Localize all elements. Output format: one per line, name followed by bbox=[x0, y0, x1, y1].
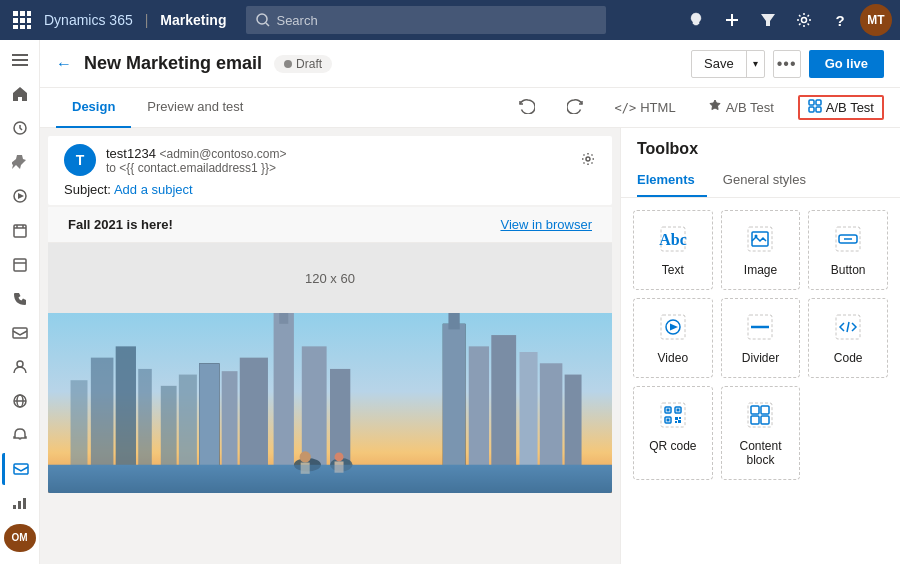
svg-rect-57 bbox=[491, 335, 516, 470]
svg-marker-13 bbox=[761, 14, 775, 26]
plus-icon[interactable] bbox=[716, 4, 748, 36]
svg-rect-35 bbox=[23, 498, 26, 509]
tab-preview[interactable]: Preview and test bbox=[131, 88, 259, 128]
svg-line-88 bbox=[847, 322, 849, 332]
sidebar-item-pinned[interactable] bbox=[2, 146, 38, 178]
toolbox-item-contentblock[interactable]: Content block bbox=[721, 386, 801, 480]
lightbulb-icon[interactable] bbox=[680, 4, 712, 36]
sidebar-item-calendar[interactable] bbox=[2, 249, 38, 281]
go-live-button[interactable]: Go live bbox=[809, 50, 884, 78]
back-button[interactable]: ← bbox=[56, 55, 72, 73]
sidebar-item-phone[interactable] bbox=[2, 283, 38, 315]
tab-actions: </> Content ideas HTML A/B Test A/B Test bbox=[511, 94, 884, 121]
sidebar-item-home[interactable] bbox=[2, 78, 38, 110]
svg-rect-43 bbox=[91, 358, 114, 471]
svg-text:Abc: Abc bbox=[659, 231, 687, 248]
sidebar-item-hamburger[interactable] bbox=[2, 44, 38, 76]
svg-rect-62 bbox=[179, 375, 197, 471]
html-button[interactable]: </> Content ideas HTML bbox=[607, 96, 684, 119]
toolbox-panel: Toolbox Elements General styles Abc bbox=[620, 128, 900, 564]
toolbox-tab-elements[interactable]: Elements bbox=[637, 166, 707, 197]
page-header: ← New Marketing email Draft Save ▾ ••• G… bbox=[40, 40, 900, 88]
main-content: ← New Marketing email Draft Save ▾ ••• G… bbox=[40, 40, 900, 564]
settings-icon[interactable] bbox=[788, 4, 820, 36]
svg-rect-3 bbox=[13, 18, 18, 23]
sidebar-item-email[interactable] bbox=[2, 453, 38, 485]
email-canvas: T test1234 <admin@contoso.com> to <{{ co… bbox=[40, 128, 620, 564]
page-title: New Marketing email bbox=[84, 53, 262, 74]
save-main-button[interactable]: Save bbox=[692, 51, 747, 77]
svg-rect-42 bbox=[71, 380, 88, 470]
ab-test-icon bbox=[808, 99, 822, 116]
filter-icon[interactable] bbox=[752, 4, 784, 36]
svg-line-10 bbox=[266, 23, 269, 26]
svg-rect-89 bbox=[661, 403, 685, 427]
svg-rect-15 bbox=[12, 54, 28, 56]
sidebar-item-avatar-bottom[interactable]: OM bbox=[4, 524, 36, 553]
sidebar-item-contacts[interactable] bbox=[2, 215, 38, 247]
content-ideas-button[interactable]: A/B Test bbox=[700, 95, 782, 120]
email-image-placeholder: 120 x 60 bbox=[48, 243, 612, 313]
sidebar-item-play[interactable] bbox=[2, 180, 38, 212]
sender-avatar: T bbox=[64, 144, 96, 176]
toolbox-items-grid: Abc Text bbox=[621, 198, 900, 492]
email-settings-icon[interactable] bbox=[580, 151, 596, 170]
sender-to: to <{{ contact.emailaddress1 }}> bbox=[106, 161, 570, 175]
svg-rect-37 bbox=[816, 100, 821, 105]
toolbox-item-button[interactable]: Button bbox=[808, 210, 888, 290]
redo-button[interactable] bbox=[559, 94, 591, 121]
code-label: Code bbox=[834, 351, 863, 365]
toolbox-item-video[interactable]: Video bbox=[633, 298, 713, 378]
svg-rect-60 bbox=[565, 375, 582, 471]
user-avatar[interactable]: MT bbox=[860, 4, 892, 36]
sidebar-item-alert[interactable] bbox=[2, 419, 38, 451]
sidebar-item-globe[interactable] bbox=[2, 385, 38, 417]
save-dropdown-button[interactable]: ▾ bbox=[747, 51, 764, 77]
toolbox-item-qrcode[interactable]: QR code bbox=[633, 386, 713, 480]
toolbox-item-image[interactable]: Image bbox=[721, 210, 801, 290]
svg-rect-33 bbox=[13, 505, 16, 509]
svg-rect-99 bbox=[678, 420, 681, 423]
contentblock-label: Content block bbox=[730, 439, 792, 467]
undo-icon bbox=[519, 98, 535, 117]
svg-point-28 bbox=[17, 361, 23, 367]
toolbox-tab-general[interactable]: General styles bbox=[723, 166, 818, 197]
svg-rect-64 bbox=[199, 363, 219, 470]
svg-rect-46 bbox=[274, 313, 294, 470]
button-icon bbox=[832, 223, 864, 255]
more-options-button[interactable]: ••• bbox=[773, 50, 801, 78]
view-in-browser-link[interactable]: View in browser bbox=[500, 217, 592, 232]
undo-button[interactable] bbox=[511, 94, 543, 121]
sidebar-item-recent[interactable] bbox=[2, 112, 38, 144]
toolbox-item-text[interactable]: Abc Text bbox=[633, 210, 713, 290]
sidebar-item-inbox[interactable] bbox=[2, 317, 38, 349]
svg-rect-39 bbox=[816, 107, 821, 112]
top-navigation: Dynamics 365 | Marketing ? MT bbox=[0, 0, 900, 40]
brand-sep: | bbox=[145, 12, 149, 28]
email-body: Fall 2021 is here! View in browser 120 x… bbox=[48, 207, 612, 493]
sidebar-item-user[interactable] bbox=[2, 351, 38, 383]
header-actions: Save ▾ ••• Go live bbox=[691, 50, 884, 78]
svg-rect-38 bbox=[809, 107, 814, 112]
waffle-menu[interactable] bbox=[8, 6, 36, 34]
divider-icon bbox=[744, 311, 776, 343]
qrcode-icon bbox=[657, 399, 689, 431]
video-label: Video bbox=[658, 351, 688, 365]
svg-rect-104 bbox=[761, 416, 769, 424]
email-top-bar: Fall 2021 is here! View in browser bbox=[48, 207, 612, 243]
save-button-group[interactable]: Save ▾ bbox=[691, 50, 765, 78]
tab-design[interactable]: Design bbox=[56, 88, 131, 128]
svg-point-14 bbox=[802, 18, 807, 23]
button-label: Button bbox=[831, 263, 866, 277]
toolbox-item-code[interactable]: Code bbox=[808, 298, 888, 378]
svg-rect-61 bbox=[161, 386, 177, 471]
sidebar-item-chart[interactable] bbox=[2, 487, 38, 519]
help-icon[interactable]: ? bbox=[824, 4, 856, 36]
toolbox-item-divider[interactable]: Divider bbox=[721, 298, 801, 378]
app-brand: Dynamics 365 | Marketing bbox=[44, 12, 226, 28]
ab-test-button[interactable]: A/B Test bbox=[798, 95, 884, 120]
search-bar[interactable] bbox=[246, 6, 606, 34]
svg-rect-58 bbox=[520, 352, 538, 470]
subject-link[interactable]: Add a subject bbox=[114, 182, 193, 197]
search-input[interactable] bbox=[276, 13, 596, 28]
